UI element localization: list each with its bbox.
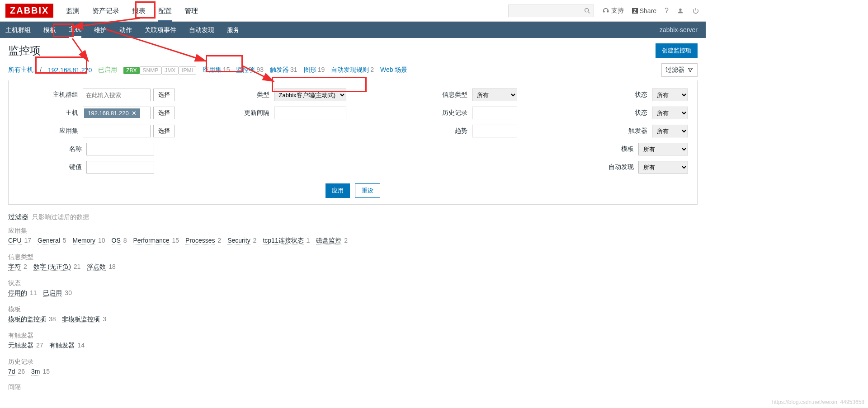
- subfilter-item[interactable]: Performance: [133, 237, 169, 244]
- crumb-host[interactable]: 192.168.81.220: [48, 66, 92, 74]
- subfilter-line: 停用的 11已启用 30: [8, 289, 698, 297]
- host-tag-remove[interactable]: ✕: [132, 110, 137, 117]
- subfilter-item[interactable]: CPU: [8, 237, 22, 244]
- search-input[interactable]: [508, 5, 594, 17]
- template-select[interactable]: 所有: [638, 143, 688, 155]
- name-input[interactable]: [86, 143, 154, 155]
- subfilter-hint: 只影响过滤后的数据: [32, 213, 89, 220]
- type-select[interactable]: Zabbix客户端(主动式): [274, 89, 346, 101]
- top-right: 支持 Z Share ?: [508, 0, 699, 22]
- subfilter-item[interactable]: OS: [112, 237, 121, 244]
- subfilter-item[interactable]: 有触发器: [49, 342, 75, 349]
- subnav-service[interactable]: 服务: [227, 22, 240, 38]
- infotype-select[interactable]: 所有: [472, 89, 517, 101]
- headset-icon: [602, 7, 609, 14]
- crumb-graphs[interactable]: 图形: [304, 66, 316, 73]
- subfilter-item[interactable]: Memory: [73, 237, 96, 244]
- discovery-select[interactable]: 所有: [638, 161, 688, 174]
- subfilter-item[interactable]: Processes: [185, 237, 215, 244]
- subfilter-item[interactable]: General: [38, 237, 60, 244]
- subfilter-item[interactable]: 停用的: [8, 289, 27, 297]
- subfilter-header: 历史记录: [8, 358, 698, 366]
- interval-input[interactable]: [274, 107, 346, 119]
- subfilter-title: 过滤器: [8, 213, 28, 220]
- create-item-button[interactable]: 创建监控项: [656, 43, 698, 58]
- appset-select-btn[interactable]: 选择: [153, 125, 175, 137]
- crumb-web[interactable]: Web 场景: [380, 66, 407, 74]
- history-input[interactable]: [472, 107, 517, 119]
- title-bar: 监控项 创建监控项: [8, 43, 698, 58]
- power-icon[interactable]: [692, 7, 699, 14]
- trend-input[interactable]: [472, 125, 517, 137]
- subfilter-item[interactable]: tcp11连接状态: [263, 237, 303, 244]
- nav-monitor[interactable]: 监测: [66, 0, 80, 22]
- badge-ipmi: IPMI: [179, 66, 196, 75]
- subfilter-header: 应用集: [8, 227, 698, 235]
- subfilter-item[interactable]: 数字 (无正负): [33, 263, 71, 271]
- watermark: https://blog.csdn.net/weixin_44953658: [772, 399, 864, 405]
- user-icon[interactable]: [677, 7, 684, 14]
- support-link[interactable]: 支持: [602, 7, 624, 15]
- svg-point-2: [679, 9, 681, 11]
- nav-reports[interactable]: 报表: [132, 0, 146, 22]
- subnav-discovery[interactable]: 自动发现: [189, 22, 214, 38]
- host-tagbox[interactable]: 192.168.81.220✕: [83, 107, 151, 119]
- subnav-maintenance[interactable]: 维护: [94, 22, 107, 38]
- help-icon[interactable]: ?: [665, 7, 669, 15]
- badge-jmx: JMX: [161, 66, 179, 75]
- subfilter: 过滤器 只影响过滤后的数据 应用集CPU 17General 5Memory 1…: [8, 213, 698, 391]
- page-body: 监控项 创建监控项 所有主机 / 192.168.81.220 已启用 ZBXS…: [0, 38, 706, 405]
- badge-snmp: SNMP: [140, 66, 162, 75]
- appset-input[interactable]: [83, 125, 151, 137]
- subfilter-item[interactable]: 磁盘监控: [316, 237, 341, 244]
- crumb-allhosts[interactable]: 所有主机: [8, 66, 33, 74]
- filter-toggle[interactable]: 过滤器: [661, 63, 698, 77]
- subfilter-group: 状态停用的 11已启用 30: [8, 279, 698, 297]
- subfilter-item[interactable]: 模板的监控项: [8, 315, 46, 323]
- crumb-items[interactable]: 监控项: [236, 66, 255, 73]
- subfilter-item[interactable]: 7d: [8, 368, 15, 375]
- subfilter-header: 模板: [8, 305, 698, 314]
- crumb-appset[interactable]: 应用集: [203, 66, 222, 73]
- status-select[interactable]: 所有: [652, 107, 688, 119]
- subfilter-item[interactable]: 已启用: [43, 289, 62, 297]
- nav-inventory[interactable]: 资产记录: [92, 0, 119, 22]
- svg-point-0: [585, 9, 589, 12]
- apply-button[interactable]: 应用: [326, 183, 350, 198]
- key-input[interactable]: [86, 161, 154, 174]
- hostgroup-select-btn[interactable]: 选择: [153, 89, 175, 101]
- subnav-action[interactable]: 动作: [119, 22, 132, 38]
- subnav-host[interactable]: 主机: [69, 22, 81, 38]
- crumb-discovery[interactable]: 自动发现规则: [331, 66, 369, 73]
- subfilter-line: 7d 263m 15: [8, 368, 698, 375]
- subnav-hostgroup[interactable]: 主机群组: [5, 22, 31, 38]
- nav-admin[interactable]: 管理: [184, 0, 198, 22]
- triggers-select[interactable]: 所有: [652, 125, 688, 137]
- sub-nav: 主机群组 模板 主机 维护 动作 关联项事件 自动发现 服务 zabbix-se…: [0, 22, 706, 38]
- crumb-triggers[interactable]: 触发器: [270, 66, 289, 73]
- subfilter-group: 历史记录7d 263m 15: [8, 358, 698, 375]
- subfilter-item[interactable]: 字符: [8, 263, 21, 271]
- subfilter-item[interactable]: 3m: [31, 368, 40, 375]
- subfilter-group: 间隔: [8, 383, 698, 391]
- subfilter-line: 模板的监控项 38非模板监控项 3: [8, 315, 698, 324]
- hostgroup-input[interactable]: [83, 89, 151, 101]
- breadcrumb-bar: 所有主机 / 192.168.81.220 已启用 ZBXSNMPJMXIPMI…: [8, 66, 698, 74]
- top-bar: ZABBIX 监测 资产记录 报表 配置 管理 支持 Z Share ?: [0, 0, 706, 22]
- subfilter-item[interactable]: 无触发器: [8, 342, 33, 349]
- subnav-template[interactable]: 模板: [43, 22, 56, 38]
- subfilter-header: 有触发器: [8, 332, 698, 340]
- nav-config[interactable]: 配置: [158, 0, 172, 22]
- host-select-btn[interactable]: 选择: [153, 107, 175, 119]
- subfilter-item[interactable]: 非模板监控项: [62, 315, 100, 323]
- page-title: 监控项: [8, 43, 41, 58]
- subfilter-item[interactable]: 浮点数: [87, 263, 106, 271]
- subfilter-item[interactable]: Security: [227, 237, 250, 244]
- top-nav: 监测 资产记录 报表 配置 管理: [61, 0, 203, 22]
- logo: ZABBIX: [5, 4, 53, 18]
- subnav-correlation[interactable]: 关联项事件: [145, 22, 176, 38]
- share-link[interactable]: Z Share: [632, 7, 656, 14]
- reset-button[interactable]: 重设: [355, 183, 380, 198]
- state-select[interactable]: 所有: [652, 89, 688, 101]
- filter-icon: [687, 67, 693, 73]
